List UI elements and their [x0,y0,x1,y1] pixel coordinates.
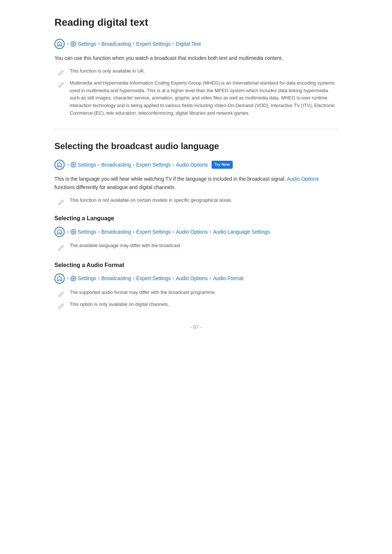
bc-settings-3[interactable]: Settings [78,228,96,236]
sep-1: › [67,40,69,48]
note-text-6: This option is only available on digital… [70,301,169,308]
pencil-icon-1 [58,68,66,76]
note-text-5: The supported audio format may differ wi… [70,289,216,296]
bc-broadcasting-1[interactable]: Broadcasting [101,40,131,48]
note-item-1: This function is only available in UK. [58,67,338,76]
settings-gear-icon-1 [70,41,76,47]
svg-point-1 [73,164,74,165]
breadcrumb-3: › Settings › Broadcasting › Expert Setti… [54,227,338,237]
section-broadcast-audio: Selecting the broadcast audio language ›… [54,139,338,309]
bc-audio-options-2[interactable]: Audio Options [176,161,208,169]
pencil-icon-3 [58,197,66,205]
section2-body-part1: This is the language you will hear while… [54,176,287,182]
settings-gear-icon-3 [70,229,76,235]
bc-broadcasting-2[interactable]: Broadcasting [101,161,131,169]
pencil-icon-4 [58,242,66,250]
note-text-1: This function is only available in UK. [70,67,145,75]
subsection-audio-format-title: Selecting a Audio Format [54,260,338,270]
note-item-2: Multimedia and Hypermedia Information Co… [58,79,338,117]
note-item-4: The available language may differ with t… [58,242,338,250]
bc-audio-options-4[interactable]: Audio Options [176,274,208,282]
page-container: Reading digital text › Settings › Broadc… [33,0,359,360]
section2-body: This is the language you will hear while… [54,175,338,192]
bc-settings-1[interactable]: Settings [78,40,96,48]
settings-gear-icon-4 [70,276,76,282]
home-icon [54,39,65,49]
home-icon-3 [54,227,65,237]
note-text-4: The available language may differ with t… [70,242,181,250]
svg-point-0 [73,43,74,45]
bc-settings-4[interactable]: Settings [78,274,96,282]
breadcrumb-1: › Settings › Broadcasting › Expert Setti… [54,39,338,49]
note-text-2: Multimedia and Hypermedia Information Co… [70,79,338,117]
divider-1 [54,129,338,129]
note-item-5: The supported audio format may differ wi… [58,289,338,297]
svg-point-2 [73,231,74,233]
page-number: - 67 - [54,324,338,331]
pencil-icon-6 [58,301,66,309]
bc-audio-format[interactable]: Audio Format [213,274,244,282]
section1-body: You can use this function when you watch… [54,54,338,62]
note-item-6: This option is only available on digital… [58,301,338,309]
subsection-language: Selecting a Language › Settings › Broadc… [54,214,338,250]
subsection-audio-format: Selecting a Audio Format › Settings › Br… [54,260,338,309]
section2-title: Selecting the broadcast audio language [54,139,338,153]
bc-expert-settings-2[interactable]: Expert Settings [136,161,171,169]
pencil-icon-5 [58,289,66,297]
try-now-badge[interactable]: Try Now [212,161,233,169]
home-icon-2 [54,160,65,170]
breadcrumb-4: › Settings › Broadcasting › Expert Setti… [54,274,338,284]
bc-settings-2[interactable]: Settings [78,161,96,169]
bc-broadcasting-3[interactable]: Broadcasting [101,228,131,236]
settings-gear-icon-2 [70,162,76,168]
home-icon-4 [54,274,65,284]
svg-point-3 [73,278,74,279]
bc-expert-settings-1[interactable]: Expert Settings [136,40,171,48]
audio-options-link[interactable]: Audio Options [287,176,319,182]
pencil-icon-2 [58,80,66,88]
section-reading-digital-text: Reading digital text › Settings › Broadc… [54,15,338,117]
bc-digital-text[interactable]: Digital Text [176,40,201,48]
section2-body-part3: functions differently for analogue and d… [54,184,176,190]
bc-broadcasting-4[interactable]: Broadcasting [101,274,131,282]
bc-expert-settings-4[interactable]: Expert Settings [136,274,171,282]
subsection-language-title: Selecting a Language [54,214,338,223]
section1-title: Reading digital text [54,15,338,31]
note-item-3: This function is not available on certai… [58,197,338,205]
bc-expert-settings-3[interactable]: Expert Settings [136,228,171,236]
bc-audio-options-3[interactable]: Audio Options [176,228,208,236]
bc-audio-language-settings[interactable]: Audio Language Settings [213,228,270,236]
note-text-3: This function is not available on certai… [70,197,232,204]
breadcrumb-2: › Settings › Broadcasting › Expert Setti… [54,160,338,170]
